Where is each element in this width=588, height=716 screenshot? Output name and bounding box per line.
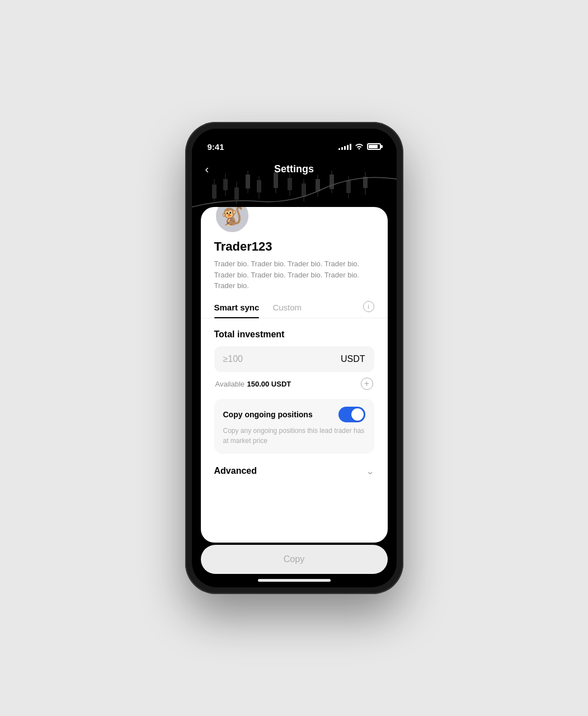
advanced-toggle-button[interactable]: Advanced ⌄ (214, 465, 374, 477)
available-amount: 150.00 USDT (247, 380, 291, 388)
currency-label: USDT (341, 354, 365, 364)
investment-input-placeholder: ≥100 (223, 354, 243, 364)
signal-bars-icon (338, 143, 351, 150)
white-card: 🐒 Trader123 Trader bio. Trader bio. Trad… (201, 207, 388, 543)
info-icon[interactable]: i (363, 301, 374, 312)
investment-section: Total investment ≥100 USDT Available 150… (201, 318, 388, 390)
home-indicator (258, 579, 331, 582)
phone-frame: 9:41 (185, 122, 403, 594)
ongoing-positions-title: Copy ongoing positions (223, 410, 313, 419)
available-label: Available (215, 380, 245, 388)
svg-rect-5 (234, 187, 239, 200)
tabs-container: Smart sync Custom i (201, 303, 388, 318)
avatar: 🐒 (214, 207, 250, 234)
back-button[interactable]: ‹ (205, 163, 209, 176)
investment-input-wrap[interactable]: ≥100 USDT (214, 346, 374, 372)
chevron-down-icon: ⌄ (366, 465, 374, 477)
status-icons (338, 143, 381, 151)
svg-rect-21 (346, 181, 351, 193)
tab-smart-sync[interactable]: Smart sync (214, 303, 260, 318)
tab-custom[interactable]: Custom (272, 303, 302, 318)
trader-bio: Trader bio. Trader bio. Trader bio. Trad… (214, 258, 374, 291)
copy-button-label: Copy (284, 554, 304, 564)
investment-label: Total investment (214, 329, 374, 340)
svg-rect-15 (302, 183, 306, 197)
phone-screen: 9:41 (192, 129, 397, 587)
copy-button[interactable]: Copy (201, 545, 388, 574)
ongoing-positions-section: Copy ongoing positions Copy any ongoing … (214, 399, 374, 454)
trader-profile: 🐒 Trader123 Trader bio. Trader bio. Trad… (201, 207, 388, 291)
ongoing-positions-description: Copy any ongoing positions this lead tra… (223, 426, 365, 446)
wifi-icon (355, 143, 364, 151)
card-scroll[interactable]: 🐒 Trader123 Trader bio. Trader bio. Trad… (201, 207, 388, 543)
advanced-title: Advanced (214, 466, 257, 476)
toggle-knob (351, 408, 364, 421)
svg-rect-1 (212, 185, 217, 199)
svg-rect-9 (257, 180, 261, 192)
advanced-section: Advanced ⌄ (201, 454, 388, 477)
header-nav: ‹ Settings (192, 157, 397, 182)
battery-icon (367, 143, 381, 150)
status-bar: 9:41 (192, 129, 397, 157)
ongoing-header: Copy ongoing positions (223, 407, 365, 422)
trader-name: Trader123 (214, 239, 374, 254)
ongoing-positions-toggle[interactable] (338, 407, 365, 422)
status-time: 9:41 (208, 142, 224, 152)
page-title: Settings (274, 163, 314, 175)
add-funds-button[interactable]: + (361, 378, 373, 390)
available-row: Available 150.00 USDT + (214, 378, 374, 390)
